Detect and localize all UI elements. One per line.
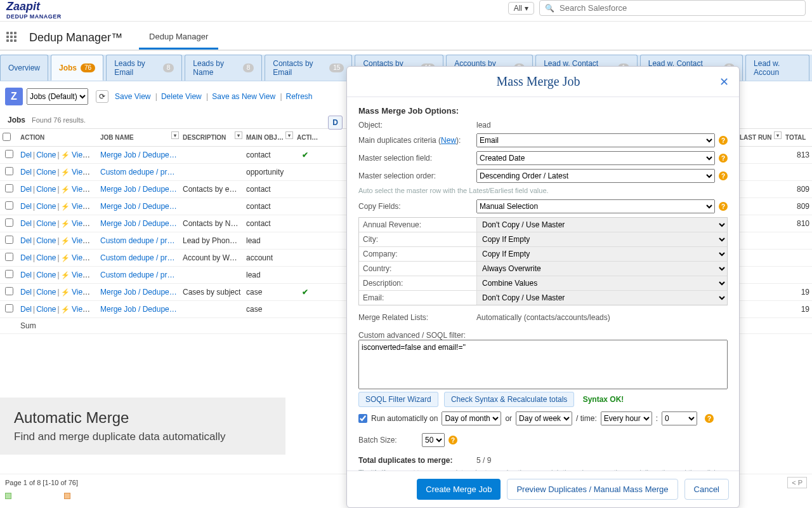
view-details-link[interactable]: View Details	[72, 219, 98, 228]
clone-link[interactable]: Clone	[36, 305, 56, 314]
day-of-month-select[interactable]: Day of month	[442, 411, 501, 425]
clone-link[interactable]: Clone	[36, 150, 56, 159]
clone-link[interactable]: Clone	[36, 202, 56, 211]
row-checkbox[interactable]	[5, 201, 13, 210]
refresh-link[interactable]: Refresh	[286, 92, 313, 101]
copy-field-select[interactable]: Copy If Empty	[477, 232, 727, 246]
col-jobname[interactable]: JOB NAME▾	[98, 129, 180, 147]
soql-wizard-button[interactable]: SOQL Filter Wizard	[358, 392, 438, 407]
view-details-link[interactable]: View Details	[72, 202, 98, 211]
col-lastrun[interactable]: LAST RUN▾	[737, 129, 783, 147]
del-link[interactable]: Del	[20, 168, 32, 177]
workspace-tab[interactable]: Dedup Manager	[139, 25, 218, 50]
chevron-down-icon[interactable]: ▾	[774, 131, 782, 139]
help-icon[interactable]: ?	[719, 202, 728, 211]
view-details-link[interactable]: View Details	[72, 185, 98, 194]
view-details-link[interactable]: View Details	[72, 253, 98, 262]
col-active[interactable]: ACTI…	[294, 129, 316, 147]
clone-link[interactable]: Clone	[36, 253, 56, 262]
row-checkbox[interactable]	[5, 304, 13, 312]
clone-link[interactable]: Clone	[36, 236, 56, 245]
del-link[interactable]: Del	[20, 253, 32, 262]
del-link[interactable]: Del	[20, 202, 32, 211]
check-syntax-button[interactable]: Check Syntax & Recalculate totals	[444, 392, 574, 407]
row-checkbox[interactable]	[5, 253, 13, 261]
run-automatically-checkbox[interactable]	[358, 414, 367, 423]
col-description[interactable]: DESCRIPTION▾	[180, 129, 244, 147]
view-details-link[interactable]: View Details	[72, 305, 98, 314]
job-name-link[interactable]: Custom dedupe / previ…	[98, 164, 180, 181]
subtab-leads-by-name[interactable]: Leads by Name8	[185, 55, 262, 81]
copy-field-select[interactable]: Copy If Empty	[477, 247, 727, 261]
clone-link[interactable]: Clone	[36, 185, 56, 194]
job-name-link[interactable]: Merge Job / Dedupe c…	[98, 147, 180, 164]
row-checkbox[interactable]	[5, 270, 13, 278]
d-button[interactable]: D	[328, 116, 343, 130]
subtab-jobs[interactable]: Jobs76	[51, 55, 103, 81]
help-icon[interactable]: ?	[719, 154, 728, 163]
master-selection-order[interactable]: Descending Order / Latest	[476, 169, 715, 183]
search-input[interactable]	[560, 3, 800, 13]
save-as-new-view-link[interactable]: Save as New View	[212, 92, 282, 101]
prev-page-button[interactable]: < P	[787, 477, 807, 488]
clone-link[interactable]: Clone	[36, 219, 56, 228]
job-name-link[interactable]: Custom dedupe / previ…	[98, 267, 180, 284]
global-search[interactable]: 🔍	[539, 0, 806, 16]
clone-link[interactable]: Clone	[36, 288, 56, 297]
copyfields-select[interactable]: Manual Selection	[476, 199, 715, 213]
select-all-checkbox[interactable]	[3, 133, 11, 141]
clone-link[interactable]: Clone	[36, 168, 56, 177]
subtab-lead-w-accoun[interactable]: Lead w. Accoun	[745, 55, 809, 81]
del-link[interactable]: Del	[20, 185, 32, 194]
row-checkbox[interactable]	[5, 287, 13, 295]
del-link[interactable]: Del	[20, 219, 32, 228]
view-details-link[interactable]: View Details	[72, 168, 98, 177]
del-link[interactable]: Del	[20, 288, 32, 297]
clone-link[interactable]: Clone	[36, 271, 56, 279]
help-icon[interactable]: ?	[719, 171, 728, 180]
job-name-link[interactable]: Custom dedupe / previ…	[98, 232, 180, 250]
chevron-down-icon[interactable]: ▾	[235, 131, 242, 139]
job-name-link[interactable]: Merge Job / Dedupe c…	[98, 215, 180, 232]
job-name-link[interactable]: Custom dedupe / previ…	[98, 250, 180, 267]
save-view-link[interactable]: Save View	[115, 92, 157, 101]
del-link[interactable]: Del	[20, 305, 32, 314]
copy-field-select[interactable]: Don't Copy / Use Master	[477, 218, 727, 232]
master-selection-field[interactable]: Created Date	[476, 151, 715, 165]
view-details-link[interactable]: View Details	[72, 271, 98, 279]
close-icon[interactable]: ✕	[719, 75, 729, 89]
row-checkbox[interactable]	[5, 184, 13, 192]
job-name-link[interactable]: Merge Job / Dedupe c…	[98, 301, 180, 318]
help-icon[interactable]: ?	[449, 436, 457, 444]
help-icon[interactable]: ?	[719, 136, 728, 145]
row-checkbox[interactable]	[5, 150, 13, 158]
refresh-icon-button[interactable]: ⟳	[96, 90, 108, 103]
app-launcher-icon[interactable]	[6, 32, 18, 43]
subtab-contacts-by-email[interactable]: Contacts by Email15	[265, 55, 352, 81]
search-scope-dropdown[interactable]: All▾	[508, 2, 534, 15]
preview-duplicates-button[interactable]: Preview Duplicates / Manual Mass Merge	[507, 479, 678, 500]
help-icon[interactable]: ?	[705, 414, 714, 423]
chevron-down-icon[interactable]: ▾	[171, 131, 179, 139]
view-selector[interactable]: Jobs (Default)	[27, 88, 88, 105]
view-details-link[interactable]: View Details	[72, 236, 98, 245]
job-name-link[interactable]: Merge Job / Dedupe c…	[98, 181, 180, 198]
view-details-link[interactable]: View Details	[72, 150, 98, 159]
row-checkbox[interactable]	[5, 218, 13, 227]
copy-field-select[interactable]: Don't Copy / Use Master	[477, 291, 727, 305]
chevron-down-icon[interactable]: ▾	[285, 131, 293, 139]
cancel-button[interactable]: Cancel	[684, 479, 729, 500]
criteria-new-link[interactable]: New	[441, 136, 456, 145]
col-mainobj[interactable]: MAIN OBJ…▾	[244, 129, 294, 147]
hour-select[interactable]: Every hour	[601, 411, 652, 425]
criteria-select[interactable]: Email	[476, 133, 715, 147]
subtab-overview[interactable]: Overview	[0, 55, 48, 81]
delete-view-link[interactable]: Delete View	[161, 92, 208, 101]
minute-select[interactable]: 0	[662, 411, 697, 425]
subtab-leads-by-email[interactable]: Leads by Email8	[106, 55, 182, 81]
col-total[interactable]: TOTAL	[783, 129, 812, 147]
copy-field-select[interactable]: Always Overwrite	[477, 262, 727, 276]
day-of-week-select[interactable]: Day of week	[516, 411, 572, 425]
soql-filter-input[interactable]	[358, 340, 728, 389]
row-checkbox[interactable]	[5, 167, 13, 175]
